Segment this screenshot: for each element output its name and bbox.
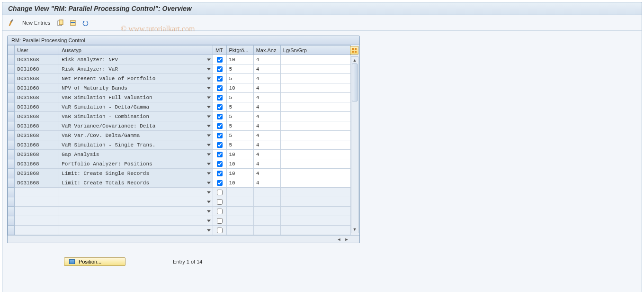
new-entries-button[interactable]: New Entries [19, 19, 53, 27]
cell-user[interactable]: D031868 [15, 83, 59, 93]
row-selector[interactable] [8, 178, 15, 188]
col-mt[interactable]: MT [213, 46, 226, 55]
mt-checkbox[interactable] [217, 171, 223, 176]
col-lgsrvgrp[interactable]: Lg/SrvGrp [280, 46, 350, 55]
cell-auswtyp-dropdown[interactable]: Portfolio Analyzer: Positions [59, 159, 213, 169]
cell-auswtyp-dropdown[interactable] [59, 216, 213, 226]
cell-max[interactable] [253, 207, 280, 216]
cell-pkt[interactable]: 10 [226, 178, 253, 188]
cell-lg[interactable] [280, 216, 350, 226]
cell-max[interactable]: 4 [253, 178, 280, 188]
cell-max[interactable]: 4 [253, 121, 280, 131]
cell-pkt[interactable]: 10 [226, 150, 253, 159]
cell-mt-checkbox[interactable] [213, 197, 226, 207]
row-selector[interactable] [8, 150, 15, 159]
cell-pkt[interactable]: 10 [226, 159, 253, 169]
mt-checkbox[interactable] [217, 76, 223, 82]
cell-lg[interactable] [280, 197, 350, 207]
cell-mt-checkbox[interactable] [213, 83, 226, 93]
cell-max[interactable] [253, 226, 280, 235]
cell-lg[interactable] [280, 93, 350, 102]
table-settings-button[interactable] [350, 46, 358, 55]
cell-auswtyp-dropdown[interactable]: Risk Analyzer: VaR [59, 64, 213, 74]
cell-mt-checkbox[interactable] [213, 93, 226, 102]
col-user[interactable]: User [15, 46, 59, 55]
cell-pkt[interactable] [226, 216, 253, 226]
cell-max[interactable]: 4 [253, 55, 280, 64]
row-selector[interactable] [8, 140, 15, 150]
cell-lg[interactable] [280, 169, 350, 178]
mt-checkbox[interactable] [217, 199, 223, 205]
cell-auswtyp-dropdown[interactable]: VaR Variance/Covariance: Delta [59, 121, 213, 131]
cell-mt-checkbox[interactable] [213, 159, 226, 169]
cell-auswtyp-dropdown[interactable]: VaR Simulation - Delta/Gamma [59, 102, 213, 112]
cell-user[interactable]: D031868 [15, 64, 59, 74]
cell-auswtyp-dropdown[interactable]: VaR Var./Cov. Delta/Gamma [59, 131, 213, 140]
cell-lg[interactable] [280, 131, 350, 140]
cell-user[interactable]: D031868 [15, 131, 59, 140]
cell-max[interactable]: 4 [253, 74, 280, 83]
cell-user[interactable]: D031868 [15, 150, 59, 159]
mt-checkbox[interactable] [217, 57, 223, 63]
mt-checkbox[interactable] [217, 142, 223, 148]
vertical-scrollbar[interactable]: ▲ ▼ [351, 56, 358, 233]
cell-auswtyp-dropdown[interactable]: VaR Simulation - Single Trans. [59, 140, 213, 150]
cell-pkt[interactable] [226, 226, 253, 235]
cell-auswtyp-dropdown[interactable] [59, 188, 213, 197]
cell-pkt[interactable]: 5 [226, 112, 253, 121]
mt-checkbox[interactable] [217, 152, 223, 157]
cell-user[interactable]: D031868 [15, 102, 59, 112]
cell-user[interactable] [15, 188, 59, 197]
col-pktgroe[interactable]: Pktgrö... [226, 46, 253, 55]
cell-max[interactable]: 4 [253, 169, 280, 178]
cell-mt-checkbox[interactable] [213, 64, 226, 74]
cell-mt-checkbox[interactable] [213, 140, 226, 150]
cell-max[interactable]: 4 [253, 83, 280, 93]
row-selector[interactable] [8, 169, 15, 178]
row-selector[interactable] [8, 102, 15, 112]
cell-user[interactable]: D031868 [15, 121, 59, 131]
cell-pkt[interactable]: 5 [226, 93, 253, 102]
cell-pkt[interactable]: 5 [226, 102, 253, 112]
cell-mt-checkbox[interactable] [213, 216, 226, 226]
cell-mt-checkbox[interactable] [213, 150, 226, 159]
cell-pkt[interactable]: 5 [226, 131, 253, 140]
cell-max[interactable]: 4 [253, 159, 280, 169]
cell-auswtyp-dropdown[interactable]: VaR Simulation - Combination [59, 112, 213, 121]
cell-pkt[interactable]: 5 [226, 74, 253, 83]
cell-lg[interactable] [280, 207, 350, 216]
mt-checkbox[interactable] [217, 104, 223, 110]
cell-lg[interactable] [280, 150, 350, 159]
cell-max[interactable]: 4 [253, 112, 280, 121]
cell-user[interactable]: D031868 [15, 112, 59, 121]
cell-mt-checkbox[interactable] [213, 131, 226, 140]
cell-auswtyp-dropdown[interactable]: NPV of Maturity Bands [59, 83, 213, 93]
cell-lg[interactable] [280, 159, 350, 169]
mt-checkbox[interactable] [217, 95, 223, 100]
cell-mt-checkbox[interactable] [213, 55, 226, 64]
position-button[interactable]: Position... [64, 257, 125, 266]
col-maxanz[interactable]: Max.Anz [253, 46, 280, 55]
cell-user[interactable]: D031868 [15, 178, 59, 188]
cell-mt-checkbox[interactable] [213, 121, 226, 131]
cell-pkt[interactable]: 5 [226, 64, 253, 74]
cell-pkt[interactable]: 10 [226, 55, 253, 64]
cell-max[interactable]: 4 [253, 64, 280, 74]
row-selector[interactable] [8, 64, 15, 74]
cell-lg[interactable] [280, 102, 350, 112]
mt-checkbox[interactable] [217, 218, 223, 224]
cell-max[interactable] [253, 197, 280, 207]
delete-icon[interactable] [68, 18, 78, 27]
cell-pkt[interactable]: 5 [226, 140, 253, 150]
scroll-down-icon[interactable]: ▼ [351, 226, 358, 233]
scroll-up-icon[interactable]: ▲ [351, 57, 358, 64]
cell-max[interactable]: 4 [253, 93, 280, 102]
cell-lg[interactable] [280, 112, 350, 121]
cell-mt-checkbox[interactable] [213, 112, 226, 121]
cell-max[interactable]: 4 [253, 131, 280, 140]
copy-as-icon[interactable] [56, 18, 65, 27]
mt-checkbox[interactable] [217, 85, 223, 91]
mt-checkbox[interactable] [217, 190, 223, 195]
toggle-icon[interactable] [7, 18, 17, 27]
col-auswtyp[interactable]: Auswtyp [59, 46, 213, 55]
